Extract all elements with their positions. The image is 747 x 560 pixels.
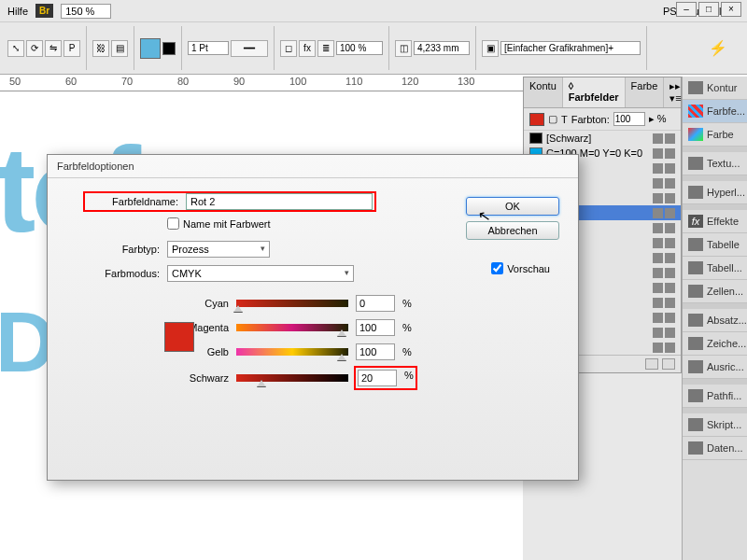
- dock-textumfluss[interactable]: Textu...: [683, 152, 747, 175]
- ruler-mark: 120: [402, 76, 418, 87]
- farbton-label: Farbton:: [571, 114, 610, 125]
- object-style-icon[interactable]: ▣: [482, 40, 499, 57]
- align-icon[interactable]: ▤: [111, 40, 128, 57]
- fill-swatch[interactable]: [140, 38, 161, 59]
- hyperlink-icon: [688, 186, 703, 199]
- color-icon: [688, 128, 703, 141]
- stroke-icon: [688, 81, 703, 94]
- stroke-style[interactable]: ━━: [231, 40, 268, 57]
- corner-icon[interactable]: ◻: [280, 40, 297, 57]
- name-with-value-checkbox[interactable]: [167, 217, 179, 230]
- bridge-badge[interactable]: Br: [35, 4, 53, 18]
- magenta-value-input[interactable]: [356, 319, 395, 336]
- align-dock-icon: [688, 360, 703, 373]
- pct-unit: %: [402, 346, 412, 357]
- text-icon[interactable]: T: [561, 114, 568, 125]
- swatch-mode-icon: [665, 148, 675, 159]
- dock-zeichenformate[interactable]: Zeiche...: [683, 332, 747, 356]
- swatch-options-dialog: Farbfeldoptionen Farbfeldname: Name mit …: [47, 154, 579, 481]
- script-icon: [688, 418, 703, 431]
- stroke-weight-input[interactable]: 1 Pt: [188, 41, 229, 55]
- text-wrap-icon[interactable]: ≣: [317, 40, 334, 57]
- swatch-name-input[interactable]: [186, 193, 373, 210]
- farbton-unit: ▸ %: [649, 113, 667, 125]
- name-with-value-label: Name mit Farbwert: [183, 218, 271, 230]
- link-icon[interactable]: ⛓: [92, 40, 109, 57]
- schwarz-slider[interactable]: [236, 374, 348, 382]
- zoom-level[interactable]: 150 %: [61, 4, 111, 19]
- gelb-value-input[interactable]: [356, 343, 395, 360]
- ruler-mark: 100: [289, 76, 306, 87]
- ruler-mark: 80: [177, 76, 189, 87]
- ruler-mark: 130: [458, 76, 474, 87]
- container-icon[interactable]: ▢: [548, 113, 557, 125]
- name-label: Farbfeldname:: [85, 196, 178, 207]
- gelb-slider[interactable]: [236, 348, 348, 356]
- dock-hyperlinks[interactable]: Hyperl...: [683, 181, 747, 204]
- dock-tabelle[interactable]: Tabelle: [683, 233, 747, 257]
- dimension-input[interactable]: 4,233 mm: [414, 41, 470, 55]
- control-toolbar: ⤡ ⟳ ⇋ P ⛓ ▤ 1 Pt ━━ ◻ fx ≣ 100 % ◫ 4,233…: [0, 22, 747, 75]
- rotate-icon[interactable]: ⟳: [26, 40, 43, 57]
- new-swatch-icon[interactable]: [645, 358, 658, 370]
- ruler-mark: 110: [345, 76, 362, 87]
- charstyles-icon: [688, 337, 703, 350]
- tab-farbe[interactable]: Farbe: [626, 77, 665, 107]
- tab-kontur[interactable]: Kontu: [524, 77, 563, 107]
- dialog-title: Farbfeldoptionen: [48, 155, 578, 178]
- schwarz-label: Schwarz: [160, 372, 229, 384]
- textwrap-icon: [688, 157, 703, 170]
- ruler-mark: 50: [9, 76, 21, 87]
- delete-swatch-icon[interactable]: [662, 358, 675, 370]
- frame-preset-dropdown[interactable]: [Einfacher Grafikrahmen]+: [500, 41, 641, 55]
- opacity-input[interactable]: 100 %: [336, 41, 383, 55]
- schwarz-value-input[interactable]: [358, 370, 397, 386]
- cyan-slider[interactable]: [236, 300, 348, 307]
- swatches-icon: [688, 105, 703, 118]
- right-dock: Kontur Farbfe... Farbe Textu... Hyperl..…: [682, 77, 747, 560]
- minimize-button[interactable]: –: [676, 2, 697, 17]
- color-preview-swatch: [164, 322, 194, 352]
- swatch-type-icon: [653, 148, 663, 159]
- dock-pathfinder[interactable]: Pathfi...: [683, 385, 747, 408]
- dock-farbe[interactable]: Farbe: [683, 123, 747, 147]
- maximize-button[interactable]: □: [698, 2, 719, 17]
- dock-skriptetiketten[interactable]: Skript...: [683, 413, 747, 437]
- close-button[interactable]: ×: [721, 2, 741, 17]
- dock-datenzusammenfuehrung[interactable]: Daten...: [683, 437, 747, 460]
- dock-farbfelder[interactable]: Farbfe...: [683, 100, 747, 123]
- fx-icon[interactable]: fx: [299, 40, 316, 57]
- colortype-select[interactable]: Prozess: [167, 241, 270, 258]
- dock-tabellenformate[interactable]: Tabell...: [683, 257, 747, 280]
- fx-dock-icon: fx: [688, 215, 703, 228]
- transform-icon[interactable]: ⤡: [7, 40, 24, 57]
- flip-icon[interactable]: ⇋: [45, 40, 62, 57]
- ruler-mark: 90: [233, 76, 245, 87]
- dock-ausrichten[interactable]: Ausric...: [683, 356, 747, 379]
- dock-absatzformate[interactable]: Absatz...: [683, 309, 747, 332]
- dock-kontur[interactable]: Kontur: [683, 77, 747, 100]
- preview-checkbox[interactable]: [491, 262, 503, 274]
- menu-help[interactable]: Hilfe: [7, 6, 28, 17]
- dock-effekte[interactable]: fxEffekte: [683, 210, 747, 233]
- pct-unit: %: [404, 370, 414, 386]
- datamerge-icon: [688, 441, 703, 455]
- magenta-slider[interactable]: [236, 324, 348, 331]
- pct-unit: %: [402, 322, 412, 333]
- cyan-value-input[interactable]: [356, 295, 395, 312]
- swatch-row[interactable]: [Schwarz]: [524, 131, 681, 146]
- paragraph-icon[interactable]: P: [63, 40, 80, 57]
- farbton-input[interactable]: [613, 112, 645, 126]
- colormode-label: Farbmodus:: [66, 268, 160, 279]
- tab-farbfelder[interactable]: ◊ Farbfelder: [563, 77, 626, 107]
- colormode-select[interactable]: CMYK: [167, 265, 354, 282]
- preview-label: Vorschau: [507, 263, 550, 274]
- stroke-swatch[interactable]: [162, 42, 176, 55]
- lightning-icon[interactable]: ⚡: [708, 37, 728, 58]
- crop-icon[interactable]: ◫: [395, 40, 412, 57]
- parastyles-icon: [688, 314, 703, 327]
- tablestyles-icon: [688, 261, 703, 274]
- cyan-label: Cyan: [160, 298, 229, 309]
- fill-stroke-proxy[interactable]: [529, 113, 544, 126]
- dock-zellenformate[interactable]: Zellen...: [683, 280, 747, 303]
